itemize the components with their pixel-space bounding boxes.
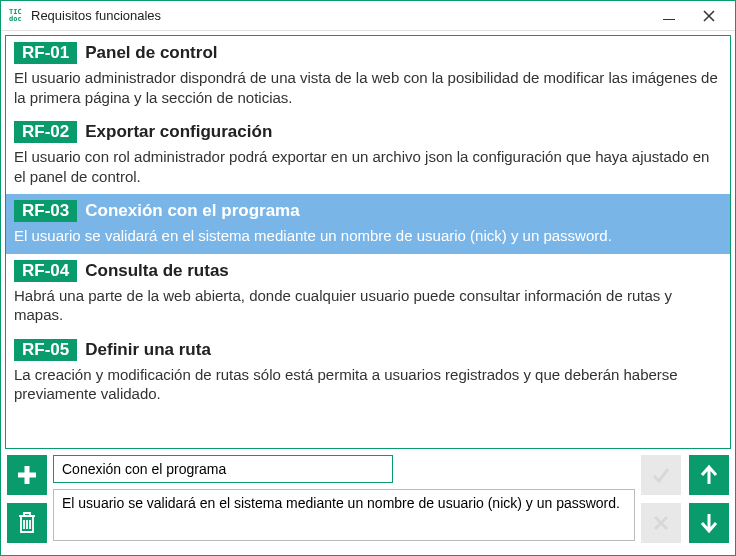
close-icon bbox=[703, 10, 715, 22]
requirement-item-selected[interactable]: RF-03 Conexión con el programa El usuari… bbox=[6, 194, 730, 254]
requirement-code: RF-04 bbox=[14, 260, 77, 282]
titlebar: TIC doc Requisitos funcionales bbox=[1, 1, 735, 31]
trash-icon bbox=[16, 511, 38, 535]
requirement-code: RF-01 bbox=[14, 42, 77, 64]
requirement-desc: La creación y modificación de rutas sólo… bbox=[14, 365, 722, 404]
requirement-item[interactable]: RF-05 Definir una ruta La creación y mod… bbox=[6, 333, 730, 412]
requirement-item[interactable]: RF-02 Exportar configuración El usuario … bbox=[6, 115, 730, 194]
editor-panel bbox=[1, 449, 735, 549]
requirement-item[interactable]: RF-01 Panel de control El usuario admini… bbox=[6, 36, 730, 115]
move-up-button[interactable] bbox=[689, 455, 729, 495]
requirement-title: Conexión con el programa bbox=[85, 201, 299, 221]
requirement-title: Consulta de rutas bbox=[85, 261, 229, 281]
confirm-button[interactable] bbox=[641, 455, 681, 495]
plus-icon bbox=[15, 463, 39, 487]
delete-button[interactable] bbox=[7, 503, 47, 543]
close-button[interactable] bbox=[689, 2, 729, 30]
add-button[interactable] bbox=[7, 455, 47, 495]
requirement-item[interactable]: RF-04 Consulta de rutas Habrá una parte … bbox=[6, 254, 730, 333]
cancel-button[interactable] bbox=[641, 503, 681, 543]
title-input[interactable] bbox=[53, 455, 393, 483]
requirement-desc: El usuario con rol administrador podrá e… bbox=[14, 147, 722, 186]
requirement-title: Exportar configuración bbox=[85, 122, 272, 142]
window-title: Requisitos funcionales bbox=[31, 8, 649, 23]
requirement-title: Definir una ruta bbox=[85, 340, 211, 360]
requirement-code: RF-05 bbox=[14, 339, 77, 361]
x-icon bbox=[651, 513, 671, 533]
app-icon: TIC doc bbox=[9, 8, 25, 24]
requirements-list: RF-01 Panel de control El usuario admini… bbox=[5, 35, 731, 449]
arrow-up-icon bbox=[699, 464, 719, 486]
requirement-code: RF-02 bbox=[14, 121, 77, 143]
minimize-button[interactable] bbox=[649, 2, 689, 30]
check-icon bbox=[650, 464, 672, 486]
requirement-code: RF-03 bbox=[14, 200, 77, 222]
arrow-down-icon bbox=[699, 512, 719, 534]
description-input[interactable] bbox=[53, 489, 635, 541]
move-down-button[interactable] bbox=[689, 503, 729, 543]
requirement-desc: Habrá una parte de la web abierta, donde… bbox=[14, 286, 722, 325]
requirement-desc: El usuario se validará en el sistema med… bbox=[14, 226, 722, 246]
requirement-title: Panel de control bbox=[85, 43, 217, 63]
requirement-desc: El usuario administrador dispondrá de un… bbox=[14, 68, 722, 107]
minimize-icon bbox=[663, 19, 675, 20]
